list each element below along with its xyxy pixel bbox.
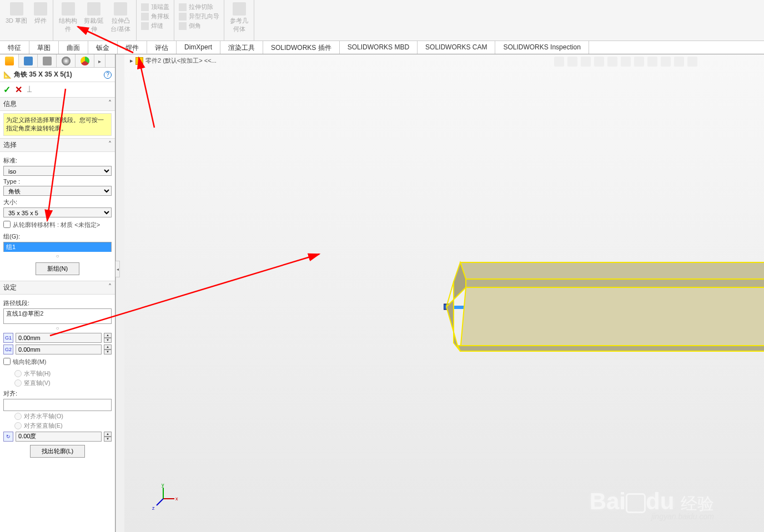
ribbon-gusset[interactable]: 角撑板: [139, 12, 172, 21]
g1-input[interactable]: [16, 333, 102, 343]
standard-select[interactable]: iso: [3, 166, 112, 176]
ok-button[interactable]: ✓: [3, 84, 11, 95]
viewport-menu-icon[interactable]: [687, 57, 697, 67]
tab-dimxpert[interactable]: DimXpert: [177, 41, 220, 54]
panel-tab-props[interactable]: [57, 54, 76, 68]
mirror-profile-label: 镜向轮廓(M): [13, 358, 47, 366]
view-settings-icon[interactable]: [674, 57, 684, 67]
ribbon-3d-sketch[interactable]: 3D 草图: [2, 1, 31, 26]
angle-up[interactable]: ▲: [104, 432, 112, 437]
g2-input[interactable]: [16, 344, 102, 354]
section-info-head[interactable]: 信息˄: [0, 97, 115, 111]
ribbon-end-cap[interactable]: 顶端盖: [139, 2, 172, 12]
svg-text:x: x: [175, 496, 178, 501]
new-group-button[interactable]: 新组(N): [36, 262, 79, 275]
tab-evaluate[interactable]: 评估: [147, 41, 177, 54]
display-style-icon[interactable]: [621, 57, 631, 67]
ribbon-extrude-cut[interactable]: 拉伸切除: [177, 2, 222, 12]
angle-down[interactable]: ▼: [104, 437, 112, 442]
size-select[interactable]: 35 x 35 x 5: [3, 207, 112, 217]
tab-sw-addins[interactable]: SOLIDWORKS 插件: [263, 41, 340, 54]
orientation-triad[interactable]: x y z: [152, 488, 174, 510]
path-resize-handle[interactable]: ○: [3, 325, 112, 331]
group-label: 组(G):: [3, 232, 112, 241]
g1-down[interactable]: ▼: [104, 338, 112, 343]
panel-tab-display[interactable]: [38, 54, 57, 68]
ribbon-weld-bead[interactable]: 焊缝: [139, 21, 172, 31]
pin-button[interactable]: ⟘: [27, 85, 32, 94]
ribbon-trim-extend[interactable]: 剪裁/延 伸: [81, 1, 107, 34]
breadcrumb-arrow-icon[interactable]: ▸: [130, 57, 133, 64]
ribbon-extrude-boss[interactable]: 拉伸凸 台/基体: [107, 1, 134, 34]
mirror-profile-checkbox[interactable]: [3, 358, 11, 365]
tab-sketch[interactable]: 草图: [29, 41, 59, 54]
tab-features[interactable]: 特征: [0, 41, 29, 54]
tab-weldment[interactable]: 焊件: [118, 41, 147, 54]
help-icon[interactable]: ?: [104, 71, 112, 79]
tab-render[interactable]: 渲染工具: [220, 41, 263, 54]
g2-down[interactable]: ▼: [104, 349, 112, 354]
hide-show-icon[interactable]: [634, 57, 644, 67]
path-listbox[interactable]: 直线1@草图2: [3, 308, 112, 324]
angle-input[interactable]: [16, 432, 102, 442]
tab-sw-inspection[interactable]: SOLIDWORKS Inspection: [495, 41, 589, 54]
panel-tab-config[interactable]: [19, 54, 38, 68]
vert-axis-radio: [14, 379, 22, 387]
path-item-1[interactable]: 直线1@草图2: [4, 309, 111, 318]
group-item-1[interactable]: 组1: [4, 242, 111, 252]
ribbon-structural-member[interactable]: 结构构 件: [56, 1, 81, 34]
feature-breadcrumb[interactable]: ▸ 零件2 (默认<按加工> <<...: [130, 57, 217, 65]
tab-sw-mbd[interactable]: SOLIDWORKS MBD: [340, 41, 418, 54]
tab-sheetmetal[interactable]: 钣金: [88, 41, 118, 54]
prev-view-icon[interactable]: [581, 57, 591, 67]
section-settings-head[interactable]: 设定˄: [0, 281, 115, 295]
transfer-material-checkbox[interactable]: [3, 221, 11, 228]
ribbon-reference-geometry[interactable]: 参考几 何体: [227, 1, 252, 34]
property-manager-panel: ▸ 📐 角铁 35 X 35 X 5(1) ? ✓ ✕ ⟘ 信息˄ 为定义路径选…: [0, 54, 115, 532]
ribbon-hole-wizard[interactable]: 异型孔向导: [177, 12, 222, 21]
section-select-head[interactable]: 选择˄: [0, 138, 115, 152]
model-preview[interactable]: [444, 257, 764, 357]
zoom-area-icon[interactable]: [567, 57, 577, 67]
svg-marker-5: [460, 287, 764, 351]
breadcrumb-text: 零件2 (默认<按加工> <<...: [145, 57, 217, 65]
find-profile-button[interactable]: 找出轮廓(L): [30, 445, 85, 458]
svg-line-12: [157, 499, 163, 505]
svg-text:z: z: [152, 505, 155, 511]
svg-marker-1: [466, 279, 764, 287]
cancel-button[interactable]: ✕: [15, 84, 22, 95]
svg-marker-0: [460, 262, 764, 279]
panel-collapse-handle[interactable]: ◂: [115, 261, 120, 277]
section-view-icon[interactable]: [594, 57, 604, 67]
tab-sw-cam[interactable]: SOLIDWORKS CAM: [418, 41, 495, 54]
g2-up[interactable]: ▲: [104, 344, 112, 349]
ribbon: 3D 草图 焊件 结构构 件 剪裁/延 伸 拉伸凸 台/基体 顶端盖 角撑板 焊…: [0, 0, 764, 41]
ribbon-weldment[interactable]: 焊件: [31, 1, 51, 26]
g1-up[interactable]: ▲: [104, 333, 112, 338]
align-listbox[interactable]: [3, 399, 112, 411]
edit-appearance-icon[interactable]: [647, 57, 657, 67]
ribbon-chamfer[interactable]: 倒角: [177, 21, 222, 31]
view-orient-icon[interactable]: [607, 57, 617, 67]
group-resize-handle[interactable]: ○: [3, 253, 112, 259]
confirm-row: ✓ ✕ ⟘: [0, 82, 115, 97]
apply-scene-icon[interactable]: [661, 57, 671, 67]
panel-tab-appearance[interactable]: [76, 54, 94, 68]
tab-surface[interactable]: 曲面: [59, 41, 88, 54]
zoom-fit-icon[interactable]: [554, 57, 564, 67]
panel-tab-expand[interactable]: ▸: [94, 54, 105, 68]
panel-scrollbar[interactable]: [115, 54, 124, 532]
path-label: 路径线段:: [3, 299, 112, 307]
panel-tab-feature[interactable]: [0, 54, 19, 68]
heads-up-toolbar: [554, 57, 697, 67]
align-vert-radio: [14, 422, 22, 429]
feature-title-row: 📐 角铁 35 X 35 X 5(1) ?: [0, 68, 115, 82]
graphics-viewport[interactable]: ▸ 零件2 (默认<按加工> <<...: [124, 54, 764, 532]
size-label: 大小:: [3, 198, 112, 206]
align-horiz-radio: [14, 413, 22, 420]
group-listbox[interactable]: 组1: [3, 242, 112, 252]
info-message: 为定义路径选择草图线段。您可按一指定角度来旋转轮廓。: [3, 113, 112, 136]
watermark-url: jingyan.baidu.com: [651, 512, 714, 521]
type-select[interactable]: 角铁: [3, 186, 112, 196]
standard-label: 标准:: [3, 156, 112, 165]
